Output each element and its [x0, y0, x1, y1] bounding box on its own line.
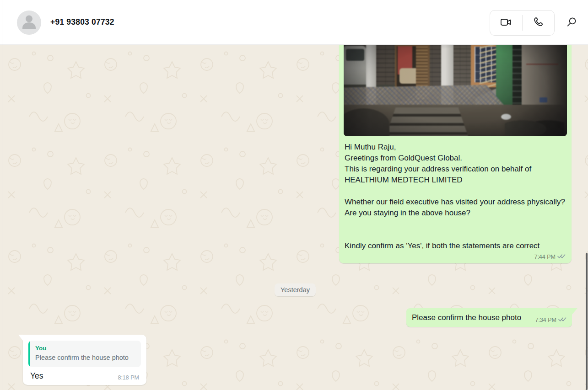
voice-call-icon [532, 16, 544, 30]
contact-avatar[interactable] [17, 11, 41, 35]
panel-left-border [2, 0, 2, 390]
person-icon [17, 10, 41, 36]
search-button[interactable] [561, 13, 582, 33]
page-title[interactable]: +91 93803 07732 [50, 0, 114, 44]
message-text: Hi Muthu Raju, Greetings from GoldQuest … [339, 136, 572, 251]
incoming-message-yes: You Please confirm the house photo Yes 8… [23, 335, 146, 385]
message-meta: 7:34 PM [535, 312, 566, 323]
quoted-message[interactable]: You Please confirm the house photo [28, 341, 141, 367]
quote-body: You Please confirm the house photo [30, 341, 134, 367]
double-check-icon [557, 254, 566, 260]
search-icon [566, 16, 577, 30]
video-call-button[interactable] [490, 11, 522, 35]
video-call-icon [500, 16, 512, 30]
message-text: Yes [30, 371, 43, 381]
outgoing-message-photo: Hi Muthu Raju, Greetings from GoldQuest … [339, 44, 572, 263]
chat-header: +91 93803 07732 [0, 0, 588, 45]
call-buttons-group [490, 10, 555, 36]
message-meta: 7:44 PM [534, 254, 566, 260]
quote-author: You [35, 345, 129, 352]
photo-vignette [344, 44, 567, 136]
double-check-icon [558, 317, 566, 323]
outgoing-message-confirm: Please confirm the house photo 7:34 PM [406, 308, 572, 327]
conversation-panel: Hi Muthu Raju, Greetings from GoldQuest … [0, 44, 588, 390]
quote-text: Please confirm the house photo [35, 353, 129, 362]
message-time: 7:34 PM [535, 317, 556, 323]
chat-window: +91 93803 07732 [0, 0, 588, 390]
voice-call-button[interactable] [523, 11, 555, 35]
message-time: 8:18 PM [118, 374, 139, 381]
house-photo[interactable] [344, 44, 567, 136]
message-text: Please confirm the house photo [412, 313, 521, 322]
message-time: 7:44 PM [534, 254, 556, 260]
scrollbar-thumb[interactable] [586, 253, 588, 390]
date-divider: Yesterday [275, 283, 316, 296]
message-body-row: Yes 8:18 PM [28, 371, 141, 381]
